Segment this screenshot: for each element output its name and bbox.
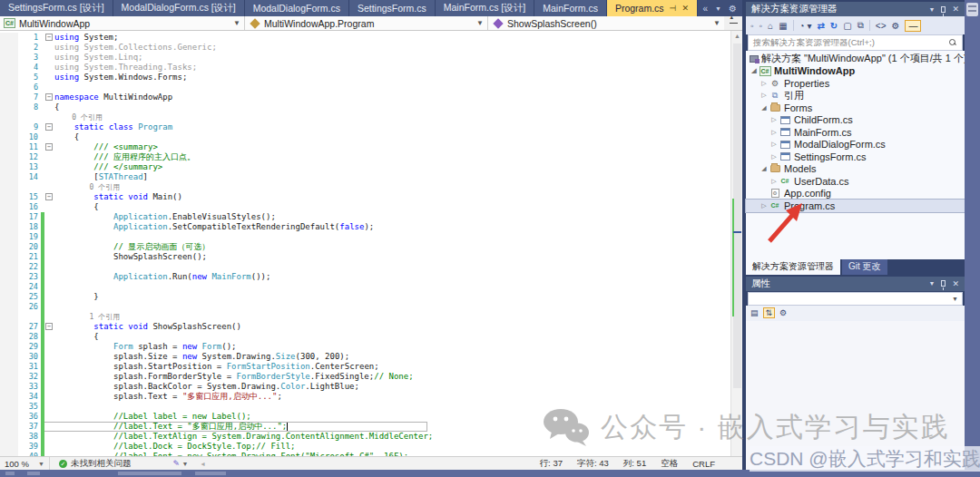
chevron-collapsed-icon[interactable]: ▷	[769, 178, 779, 185]
pin-tab-icon[interactable]: ⊣	[670, 4, 677, 13]
document-tab[interactable]: MainForm.cs	[534, 0, 607, 16]
breakpoint-margin[interactable]	[0, 342, 18, 352]
hscroll-left-arrow-icon[interactable]: ◂	[201, 460, 204, 468]
breakpoint-margin[interactable]	[0, 352, 18, 362]
editor-vertical-scrollbar[interactable]: ▲	[730, 31, 742, 456]
document-tab[interactable]: Program.cs⊣✕	[607, 0, 698, 16]
tree-item-models[interactable]: ◢Models	[746, 163, 965, 176]
code-line[interactable]: 6	[0, 83, 433, 92]
close-icon[interactable]: ✕	[952, 279, 959, 288]
tree-item-childform-cs[interactable]: ▷ChildForm.cs	[746, 114, 965, 127]
breakpoint-margin[interactable]	[0, 63, 18, 73]
code-line[interactable]: 25 }	[0, 292, 433, 302]
property-pages-icon[interactable]: ⚙	[779, 308, 787, 317]
window-position-dropdown-icon[interactable]: ▼	[929, 6, 936, 13]
type-dropdown[interactable]: MultiWindowApp.Program ▼	[245, 16, 488, 30]
line-indicator[interactable]: 行: 37	[540, 458, 563, 470]
chevron-expanded-icon[interactable]: ◢	[750, 67, 759, 74]
close-tab-icon[interactable]: ✕	[681, 4, 689, 13]
breakpoint-margin[interactable]	[0, 412, 18, 422]
document-tab[interactable]: SettingsForm.cs [设计]	[0, 0, 113, 16]
code-cleanup-button[interactable]: ✎ ▼	[172, 459, 188, 468]
member-dropdown[interactable]: ShowSplashScreen() ▼	[488, 16, 724, 30]
tree-item-modaldialogform-cs[interactable]: ▷ModalDialogForm.cs	[746, 139, 965, 151]
code-line[interactable]: 14 [STAThread]	[0, 172, 433, 182]
tab-overflow-icon[interactable]: «	[703, 4, 709, 14]
code-line[interactable]: 13 /// </summary>	[0, 162, 433, 172]
breakpoint-margin[interactable]	[0, 332, 18, 342]
sync-with-active-document-icon[interactable]: ⇄	[817, 21, 824, 31]
fold-collapse-icon[interactable]: −	[45, 34, 53, 41]
chevron-collapsed-icon[interactable]: ▷	[769, 129, 779, 136]
breakpoint-margin[interactable]	[0, 422, 18, 432]
breakpoint-margin[interactable]	[0, 362, 18, 372]
code-line[interactable]: 39 //label.Dock = DockStyle.Top;// Fill;	[0, 442, 433, 452]
code-line[interactable]: 20 // 显示启动画面（可选）	[0, 242, 433, 252]
code-line[interactable]: 19	[0, 232, 433, 242]
chevron-collapsed-icon[interactable]: ▷	[769, 141, 779, 148]
code-line[interactable]: 4using System.Threading.Tasks;	[0, 63, 433, 73]
code-line[interactable]: 15− static void Main()	[0, 192, 433, 202]
categorized-icon[interactable]: ▤	[750, 308, 759, 317]
indentation-indicator[interactable]: 空格	[661, 458, 678, 470]
pin-icon[interactable]	[941, 280, 946, 287]
document-tab[interactable]: MainForm.cs [设计]	[436, 0, 534, 16]
code-line[interactable]: 10 {	[0, 132, 433, 142]
breakpoint-margin[interactable]	[0, 122, 18, 132]
code-line[interactable]: 3using System.Linq;	[0, 53, 433, 63]
breakpoint-margin[interactable]	[0, 162, 18, 172]
code-line[interactable]: 1−using System;	[0, 33, 433, 43]
breakpoint-margin[interactable]	[0, 262, 18, 272]
line-ending-indicator[interactable]: CRLF	[692, 459, 715, 469]
solution-explorer-search-input[interactable]: 搜索解决方案资源管理器(Ctrl+;)	[748, 34, 963, 51]
chevron-expanded-icon[interactable]: ◢	[760, 165, 769, 172]
breakpoint-margin[interactable]	[0, 272, 18, 282]
document-tab[interactable]: SettingsForm.cs	[349, 0, 436, 16]
breakpoint-margin[interactable]	[0, 442, 18, 452]
breakpoint-margin[interactable]	[0, 53, 18, 63]
code-line[interactable]: 32 splash.FormBorderStyle = FormBorderSt…	[0, 372, 433, 382]
chevron-collapsed-icon[interactable]: ▷	[769, 116, 779, 123]
zoom-level-dropdown[interactable]: 100 % ▼	[0, 457, 50, 470]
code-line[interactable]: 17 Application.EnableVisualStyles();	[0, 212, 433, 222]
chevron-collapsed-icon[interactable]: ▷	[760, 202, 769, 209]
code-line[interactable]: 26	[0, 302, 433, 312]
tree-item-app-config[interactable]: ⚙App.config	[746, 188, 965, 200]
code-line[interactable]: 31 splash.StartPosition = FormStartPosit…	[0, 362, 433, 372]
breakpoint-margin[interactable]	[0, 142, 18, 152]
code-line[interactable]: 18 Application.SetCompatibleTextRenderin…	[0, 222, 433, 232]
breakpoint-margin[interactable]	[0, 102, 18, 112]
breakpoint-margin[interactable]	[0, 402, 18, 412]
breakpoint-margin[interactable]	[0, 282, 18, 292]
dock-tab-git-changes[interactable]: Git 更改	[842, 259, 887, 275]
nest-files-icon[interactable]: ▢	[843, 21, 851, 31]
copy-icon[interactable]: ⧉	[858, 20, 864, 31]
document-tab[interactable]: ModalDialogForm.cs [设计]	[113, 0, 245, 16]
window-position-dropdown-icon[interactable]: ▼	[929, 280, 936, 287]
breakpoint-margin[interactable]	[0, 222, 18, 232]
code-line[interactable]: 35	[0, 402, 433, 412]
refresh-icon[interactable]: ↻	[830, 21, 838, 31]
project-dropdown[interactable]: C# MultiWindowApp ▼	[0, 16, 245, 30]
code-line[interactable]: 34 splash.Text = "多窗口应用,启动中...";	[0, 392, 433, 402]
code-line[interactable]: 8{	[0, 102, 433, 112]
fold-collapse-icon[interactable]: −	[45, 193, 53, 200]
pin-icon[interactable]	[941, 6, 946, 13]
breakpoint-margin[interactable]	[0, 292, 18, 302]
search-icon[interactable]	[948, 38, 957, 47]
fold-collapse-icon[interactable]: −	[45, 323, 53, 330]
breakpoint-margin[interactable]	[0, 392, 18, 402]
code-line[interactable]: 24	[0, 282, 433, 292]
window-settings-gear-icon[interactable]: ⚙	[729, 4, 737, 14]
code-line[interactable]: 38 //label.TextAlign = System.Drawing.Co…	[0, 432, 433, 442]
tree-item-multiwindowapp[interactable]: ◢C#MultiWindowApp	[746, 65, 965, 78]
breakpoint-margin[interactable]	[0, 43, 18, 53]
home-icon[interactable]: ⌂	[768, 21, 773, 31]
properties-icon[interactable]: ⚙	[892, 21, 900, 31]
code-line[interactable]: 11− /// <summary>	[0, 142, 433, 152]
code-line[interactable]: 12 /// 应用程序的主入口点。	[0, 152, 433, 162]
code-line[interactable]: 7−namespace MultiWindowApp	[0, 92, 433, 102]
properties-object-combo[interactable]: ▼	[748, 292, 963, 306]
forward-icon[interactable]: ◦	[760, 21, 763, 31]
breakpoint-margin[interactable]	[0, 83, 18, 92]
